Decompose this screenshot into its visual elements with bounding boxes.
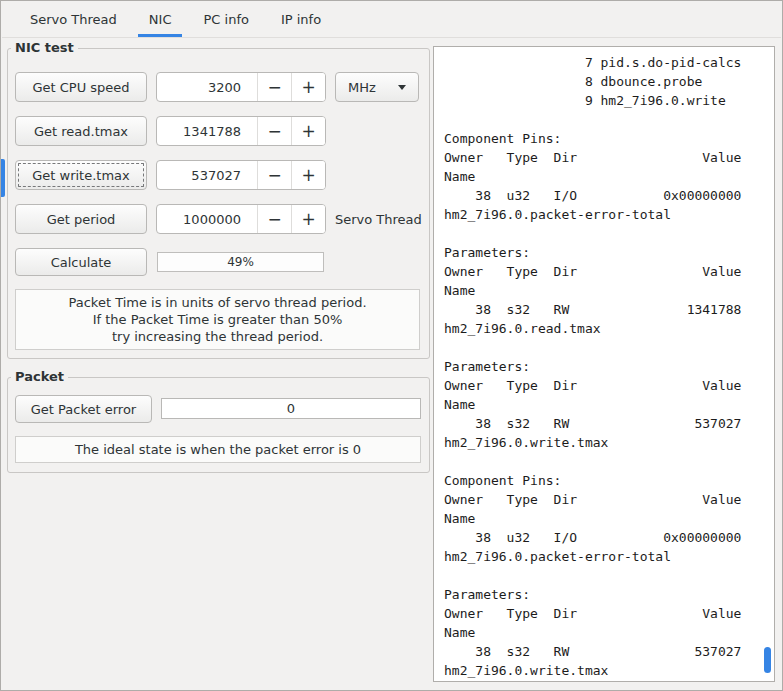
- period-spinbox[interactable]: 1000000 − +: [156, 204, 326, 234]
- cpu-speed-plus-button[interactable]: +: [291, 73, 325, 101]
- period-plus-button[interactable]: +: [291, 205, 325, 233]
- write-tmax-spinbox[interactable]: 537027 − +: [156, 160, 326, 190]
- write-tmax-plus-button[interactable]: +: [291, 161, 325, 189]
- tab-pc-info-label: PC info: [203, 12, 248, 27]
- read-tmax-value: 1341788: [157, 117, 257, 145]
- packet-time-progress-value: 49%: [227, 255, 254, 269]
- get-period-button[interactable]: Get period: [15, 204, 147, 234]
- get-cpu-speed-button[interactable]: Get CPU speed: [15, 72, 147, 102]
- read-tmax-minus-button[interactable]: −: [257, 117, 291, 145]
- packet-error-value: 0: [287, 401, 295, 416]
- tab-nic[interactable]: NIC: [133, 1, 188, 37]
- read-tmax-plus-button[interactable]: +: [291, 117, 325, 145]
- console-scrollbar-thumb[interactable]: [764, 647, 771, 673]
- tab-nic-label: NIC: [149, 12, 172, 27]
- calculate-button[interactable]: Calculate: [15, 248, 147, 276]
- notebook-tab-bar: Servo Thread NIC PC info IP info: [2, 1, 781, 38]
- hal-output-panel[interactable]: 7 pid.s.do-pid-calcs 8 dbounce.probe 9 h…: [433, 46, 775, 682]
- cpu-speed-value: 3200: [157, 73, 257, 101]
- tab-servo-thread-label: Servo Thread: [30, 12, 117, 27]
- nic-test-frame-label: NIC test: [11, 40, 78, 55]
- tab-ip-info-label: IP info: [281, 12, 321, 27]
- get-read-tmax-button[interactable]: Get read.tmax: [15, 116, 147, 146]
- left-scrollbar-thumb[interactable]: [1, 159, 5, 197]
- read-tmax-spinbox[interactable]: 1341788 − +: [156, 116, 326, 146]
- cpu-speed-minus-button[interactable]: −: [257, 73, 291, 101]
- packet-error-field[interactable]: 0: [161, 398, 421, 419]
- hal-output-text: 7 pid.s.do-pid-calcs 8 dbounce.probe 9 h…: [434, 47, 774, 680]
- packet-frame-label: Packet: [11, 369, 68, 384]
- chevron-down-icon: [398, 85, 406, 90]
- get-packet-error-button[interactable]: Get Packet error: [15, 395, 152, 423]
- tab-ip-info[interactable]: IP info: [265, 1, 337, 37]
- cpu-speed-unit-dropdown[interactable]: MHz: [335, 72, 419, 102]
- write-tmax-value: 537027: [157, 161, 257, 189]
- packet-error-note: The ideal state is when the packet error…: [15, 436, 421, 463]
- period-value: 1000000: [157, 205, 257, 233]
- write-tmax-minus-button[interactable]: −: [257, 161, 291, 189]
- tab-servo-thread[interactable]: Servo Thread: [14, 1, 133, 37]
- cpu-speed-unit-value: MHz: [348, 80, 376, 95]
- servo-thread-label: Servo Thread: [335, 204, 422, 234]
- tab-pc-info[interactable]: PC info: [187, 1, 264, 37]
- packet-time-note: Packet Time is in units of servo thread …: [15, 289, 420, 350]
- get-write-tmax-button[interactable]: Get write.tmax: [15, 160, 147, 190]
- packet-time-progressbar: 49%: [157, 252, 324, 272]
- cpu-speed-spinbox[interactable]: 3200 − +: [156, 72, 326, 102]
- application-window: Servo Thread NIC PC info IP info NIC tes…: [0, 0, 783, 691]
- period-minus-button[interactable]: −: [257, 205, 291, 233]
